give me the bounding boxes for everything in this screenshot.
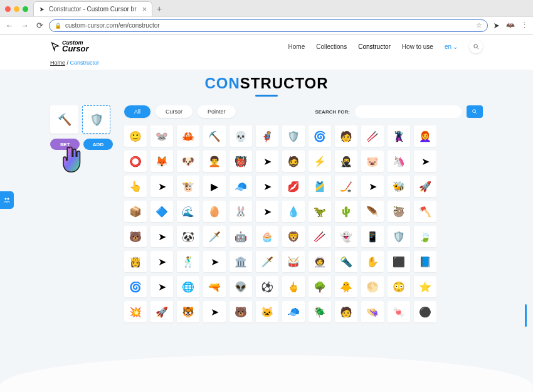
icon-cell[interactable]: 🌕 bbox=[361, 276, 384, 297]
icon-cell[interactable]: 🌐 bbox=[177, 276, 199, 297]
icon-cell[interactable]: 🍬 bbox=[388, 301, 410, 322]
icon-cell[interactable]: 🐱 bbox=[256, 301, 278, 322]
icon-cell[interactable]: 🐝 bbox=[388, 176, 410, 197]
icon-cell[interactable]: 👻 bbox=[335, 226, 357, 247]
header-search-button[interactable] bbox=[469, 40, 483, 53]
icon-cell[interactable]: ➤ bbox=[150, 176, 173, 197]
icon-cell[interactable]: ⚽ bbox=[256, 276, 278, 297]
icon-cell[interactable]: 👸 bbox=[124, 251, 147, 272]
feedback-tab[interactable] bbox=[0, 191, 14, 209]
filter-cursor[interactable]: Cursor bbox=[156, 105, 193, 118]
scroll-indicator[interactable] bbox=[525, 304, 527, 327]
icon-cell[interactable]: 🙂 bbox=[124, 125, 147, 147]
icon-cell[interactable]: 🤖 bbox=[230, 226, 252, 247]
icon-cell[interactable]: 🌳 bbox=[309, 276, 331, 297]
icon-cell[interactable]: 👒 bbox=[361, 301, 384, 322]
icon-cell[interactable]: 🦀 bbox=[177, 125, 199, 147]
icon-cell[interactable]: 🗡️ bbox=[203, 226, 226, 247]
icon-cell[interactable]: 🐶 bbox=[177, 151, 199, 172]
icon-cell[interactable]: ⚡ bbox=[309, 151, 331, 172]
icon-cell[interactable]: 🥚 bbox=[203, 201, 226, 222]
icon-cell[interactable]: 🥁 bbox=[282, 251, 305, 272]
set-button[interactable]: SET bbox=[50, 139, 80, 150]
browser-tab[interactable]: Constructor - Custom Cursor br × bbox=[33, 1, 152, 16]
icon-cell[interactable]: 🚀 bbox=[150, 301, 173, 322]
icon-cell[interactable]: ⭐ bbox=[414, 276, 436, 297]
icon-cell[interactable]: ➤ bbox=[150, 276, 173, 297]
icon-cell[interactable]: 🐮 bbox=[177, 176, 199, 197]
icon-cell[interactable]: 🧑‍🦱 bbox=[203, 151, 226, 172]
icon-cell[interactable]: 🧢 bbox=[230, 176, 252, 197]
icon-cell[interactable]: ➤ bbox=[203, 301, 226, 322]
icon-cell[interactable]: ⛏️ bbox=[203, 125, 226, 147]
icon-cell[interactable]: 💧 bbox=[282, 201, 305, 222]
icon-cell[interactable]: 🔦 bbox=[335, 251, 357, 272]
cursor-slot[interactable]: 🔨 bbox=[50, 105, 78, 134]
icon-cell[interactable]: 🦁 bbox=[282, 226, 305, 247]
icon-cell[interactable]: 🍃 bbox=[414, 226, 436, 247]
nav-constructor[interactable]: Constructor bbox=[358, 43, 391, 50]
extension-cursor-icon[interactable] bbox=[492, 21, 502, 31]
icon-cell[interactable]: 👩‍🦰 bbox=[414, 125, 436, 147]
icon-cell[interactable]: 🌵 bbox=[335, 201, 357, 222]
bookmark-icon[interactable]: ☆ bbox=[476, 21, 482, 29]
search-submit-button[interactable] bbox=[467, 105, 483, 118]
icon-cell[interactable]: 🏒 bbox=[335, 176, 357, 197]
language-selector[interactable]: en ⌄ bbox=[445, 43, 458, 50]
icon-cell[interactable]: 👽 bbox=[230, 276, 252, 297]
icon-cell[interactable]: ✋ bbox=[361, 251, 384, 272]
icon-cell[interactable]: ➤ bbox=[256, 176, 278, 197]
icon-cell[interactable]: ➤ bbox=[256, 151, 278, 172]
window-controls[interactable] bbox=[5, 6, 28, 12]
breadcrumb-current[interactable]: Constructor bbox=[70, 60, 100, 66]
add-button[interactable]: ADD bbox=[83, 139, 113, 150]
icon-cell[interactable]: 📦 bbox=[124, 201, 147, 222]
close-window-icon[interactable] bbox=[5, 6, 11, 12]
icon-cell[interactable]: 🖕 bbox=[282, 276, 305, 297]
icon-cell[interactable]: 🪶 bbox=[361, 201, 384, 222]
minimize-window-icon[interactable] bbox=[14, 6, 19, 12]
pointer-slot[interactable]: 🛡️ bbox=[82, 105, 110, 134]
icon-cell[interactable]: 🦖 bbox=[309, 201, 331, 222]
extension-batman-icon[interactable]: 🦇 bbox=[505, 21, 515, 31]
icon-cell[interactable]: ➤ bbox=[414, 151, 436, 172]
icon-cell[interactable]: 👹 bbox=[230, 151, 252, 172]
icon-cell[interactable]: 🐻 bbox=[124, 226, 147, 247]
icon-cell[interactable]: 🦄 bbox=[388, 151, 410, 172]
icon-cell[interactable]: 🧑 bbox=[335, 301, 357, 322]
icon-cell[interactable]: 🌀 bbox=[309, 125, 331, 147]
icon-cell[interactable]: ➤ bbox=[361, 176, 384, 197]
icon-cell[interactable]: ➤ bbox=[150, 251, 173, 272]
close-tab-icon[interactable]: × bbox=[142, 5, 147, 14]
icon-cell[interactable]: 🛡️ bbox=[282, 125, 305, 147]
icon-cell[interactable]: ⬛ bbox=[388, 251, 410, 272]
icon-cell[interactable]: 🔫 bbox=[203, 276, 226, 297]
icon-cell[interactable]: 🚀 bbox=[414, 176, 436, 197]
new-tab-button[interactable]: + bbox=[152, 4, 166, 14]
icon-cell[interactable]: 📱 bbox=[361, 226, 384, 247]
icon-cell[interactable]: 🏛️ bbox=[230, 251, 252, 272]
icon-cell[interactable]: ⭕ bbox=[124, 151, 147, 172]
icon-cell[interactable]: 😳 bbox=[388, 276, 410, 297]
icon-cell[interactable]: 💥 bbox=[124, 301, 147, 322]
filter-all[interactable]: All bbox=[124, 105, 150, 118]
icon-cell[interactable]: 👆 bbox=[124, 176, 147, 197]
icon-cell[interactable]: 🐰 bbox=[230, 201, 252, 222]
icon-cell[interactable]: 🛡️ bbox=[388, 226, 410, 247]
icon-cell[interactable]: 🧔 bbox=[282, 151, 305, 172]
icon-cell[interactable]: 🧁 bbox=[256, 226, 278, 247]
icon-cell[interactable]: 🐷 bbox=[361, 151, 384, 172]
icon-cell[interactable]: 🥢 bbox=[361, 125, 384, 147]
search-input[interactable] bbox=[355, 105, 462, 118]
icon-cell[interactable]: ▶ bbox=[203, 176, 226, 197]
icon-cell[interactable]: 🥢 bbox=[309, 226, 331, 247]
maximize-window-icon[interactable] bbox=[23, 6, 28, 12]
breadcrumb-home[interactable]: Home bbox=[50, 60, 65, 66]
icon-cell[interactable]: 🗡️ bbox=[256, 251, 278, 272]
reload-button[interactable]: ⟳ bbox=[34, 21, 45, 30]
icon-cell[interactable]: ➤ bbox=[150, 226, 173, 247]
icon-cell[interactable]: 🪓 bbox=[414, 201, 436, 222]
icon-cell[interactable]: 🌀 bbox=[124, 276, 147, 297]
icon-cell[interactable]: ➤ bbox=[203, 251, 226, 272]
icon-cell[interactable]: 🕺 bbox=[177, 251, 199, 272]
